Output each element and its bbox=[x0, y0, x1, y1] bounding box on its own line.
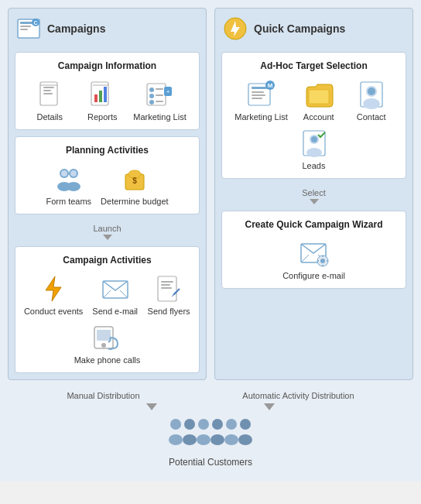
qc-marketing-list-item[interactable]: M Marketing List bbox=[234, 79, 287, 122]
quick-campaigns-header: Quick Campaigns bbox=[221, 15, 406, 46]
svg-text:C: C bbox=[33, 20, 37, 26]
configure-email-label: Configure e-mail bbox=[282, 271, 345, 280]
send-email-item[interactable]: Send e-mail bbox=[92, 273, 138, 316]
svg-rect-18 bbox=[156, 88, 163, 90]
svg-point-86 bbox=[240, 419, 251, 430]
flyer-icon bbox=[153, 273, 184, 304]
account-label: Account bbox=[303, 112, 334, 122]
svg-point-87 bbox=[238, 434, 252, 445]
details-item[interactable]: Details bbox=[28, 79, 71, 122]
svg-text:+: + bbox=[166, 88, 170, 95]
svg-point-30 bbox=[67, 182, 80, 191]
activities-items: Conduct events Send e-mail bbox=[23, 273, 191, 365]
quick-campaigns-column: Quick Campaigns Ad-Hoc Target Selection bbox=[214, 8, 413, 380]
potential-customers-icon bbox=[164, 413, 257, 452]
launch-arrow: Launch bbox=[15, 221, 200, 240]
svg-rect-12 bbox=[94, 94, 98, 102]
campaigns-title: Campaigns bbox=[47, 22, 105, 35]
account-icon bbox=[303, 79, 334, 110]
contact-label: Contact bbox=[357, 112, 386, 122]
quick-campaigns-header-icon bbox=[221, 15, 249, 43]
svg-point-71 bbox=[320, 259, 325, 263]
wizard-box: Create Quick Campaign Wizard bbox=[221, 211, 406, 289]
svg-rect-42 bbox=[161, 287, 172, 289]
svg-rect-13 bbox=[99, 91, 102, 102]
manual-distribution-label: Manual Distribution bbox=[67, 391, 139, 400]
details-icon bbox=[34, 79, 65, 110]
svg-rect-2 bbox=[20, 26, 31, 27]
contact-item[interactable]: Contact bbox=[350, 79, 393, 122]
details-label: Details bbox=[36, 112, 63, 122]
leads-icon bbox=[299, 128, 330, 159]
main-container: C Campaigns Campaign Information bbox=[0, 0, 421, 482]
adhoc-box: Ad-Hoc Target Selection M M bbox=[221, 52, 406, 179]
svg-rect-47 bbox=[97, 330, 111, 341]
svg-point-26 bbox=[61, 170, 67, 177]
svg-rect-41 bbox=[161, 284, 170, 286]
email-icon bbox=[100, 273, 131, 304]
bottom-arrows bbox=[94, 403, 327, 410]
campaign-info-items: Details Reports bbox=[23, 79, 191, 122]
svg-point-19 bbox=[149, 94, 154, 98]
planning-box: Planning Activities Form teams bbox=[15, 136, 200, 214]
svg-rect-54 bbox=[252, 94, 265, 96]
left-down-arrow bbox=[146, 403, 157, 410]
planning-items: Form teams $ Determine budget bbox=[23, 163, 191, 206]
top-section: C Campaigns Campaign Information bbox=[8, 8, 413, 380]
svg-point-21 bbox=[149, 100, 154, 105]
svg-marker-35 bbox=[46, 276, 61, 301]
svg-point-28 bbox=[70, 170, 77, 177]
determine-budget-item[interactable]: $ Determine budget bbox=[101, 163, 168, 206]
lightning-icon bbox=[38, 273, 69, 304]
mktlist-icon: M bbox=[245, 79, 276, 110]
configure-email-item[interactable]: Configure e-mail bbox=[282, 238, 345, 280]
svg-rect-8 bbox=[43, 90, 51, 91]
potential-customers-label: Potential Customers bbox=[169, 457, 252, 468]
determine-budget-label: Determine budget bbox=[101, 197, 168, 206]
conduct-events-item[interactable]: Conduct events bbox=[24, 273, 83, 316]
svg-text:M: M bbox=[268, 82, 273, 89]
account-item[interactable]: Account bbox=[297, 79, 341, 122]
bottom-section: Manual Distribution Automatic Activity D… bbox=[8, 380, 413, 474]
svg-point-61 bbox=[363, 98, 380, 109]
send-flyers-item[interactable]: Send flyers bbox=[147, 273, 190, 316]
select-arrow: Select bbox=[221, 185, 406, 204]
svg-rect-3 bbox=[20, 29, 28, 30]
svg-point-79 bbox=[183, 434, 197, 445]
svg-point-78 bbox=[184, 419, 195, 430]
budget-icon: $ bbox=[119, 163, 150, 194]
campaigns-header-icon: C bbox=[15, 15, 43, 43]
campaigns-header: C Campaigns bbox=[15, 15, 200, 46]
wizard-title: Create Quick Campaign Wizard bbox=[230, 219, 398, 230]
svg-point-81 bbox=[197, 434, 210, 445]
reports-label: Reports bbox=[87, 112, 118, 122]
svg-point-77 bbox=[169, 434, 183, 445]
planning-title: Planning Activities bbox=[23, 145, 191, 156]
svg-rect-52 bbox=[252, 87, 267, 89]
svg-rect-9 bbox=[43, 93, 53, 94]
activities-title: Campaign Activities bbox=[23, 255, 191, 266]
marketing-list-icon: + bbox=[144, 79, 175, 110]
svg-point-65 bbox=[311, 136, 317, 142]
svg-point-76 bbox=[170, 419, 181, 430]
right-down-arrow bbox=[264, 403, 275, 410]
send-email-label: Send e-mail bbox=[92, 307, 138, 316]
activities-box: Campaign Activities Conduct events bbox=[15, 246, 200, 373]
leads-item[interactable]: Leads bbox=[293, 128, 336, 170]
svg-point-48 bbox=[101, 343, 106, 348]
adhoc-items: M Marketing List Account bbox=[230, 79, 398, 170]
svg-point-84 bbox=[226, 419, 237, 430]
conduct-events-label: Conduct events bbox=[24, 307, 83, 316]
send-flyers-label: Send flyers bbox=[148, 307, 190, 316]
svg-rect-40 bbox=[161, 281, 173, 283]
automatic-distribution-label: Automatic Activity Distribution bbox=[242, 391, 354, 400]
wizard-items: Configure e-mail bbox=[230, 238, 398, 280]
reports-item[interactable]: Reports bbox=[80, 79, 124, 122]
form-teams-item[interactable]: Form teams bbox=[46, 163, 91, 206]
marketing-list-item[interactable]: + Marketing List bbox=[133, 79, 186, 122]
make-phone-item[interactable]: Make phone calls bbox=[74, 322, 141, 365]
svg-rect-7 bbox=[43, 87, 54, 88]
campaigns-column: C Campaigns Campaign Information bbox=[8, 8, 207, 380]
qc-marketing-list-label: Marketing List bbox=[234, 112, 287, 122]
teams-icon bbox=[53, 163, 84, 194]
